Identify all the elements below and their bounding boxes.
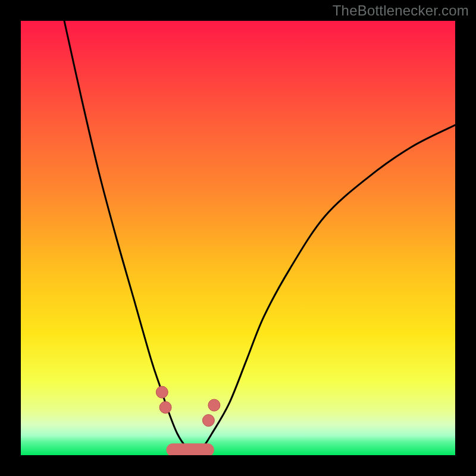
gradient-background <box>21 21 455 455</box>
curve-marker <box>202 415 214 427</box>
chart-frame: { "watermark": "TheBottlenecker.com", "c… <box>0 0 476 476</box>
curve-marker <box>208 399 220 411</box>
curve-marker <box>156 386 168 398</box>
bottleneck-chart <box>21 21 455 455</box>
watermark-text: TheBottlenecker.com <box>333 2 469 19</box>
curve-marker <box>159 402 171 414</box>
